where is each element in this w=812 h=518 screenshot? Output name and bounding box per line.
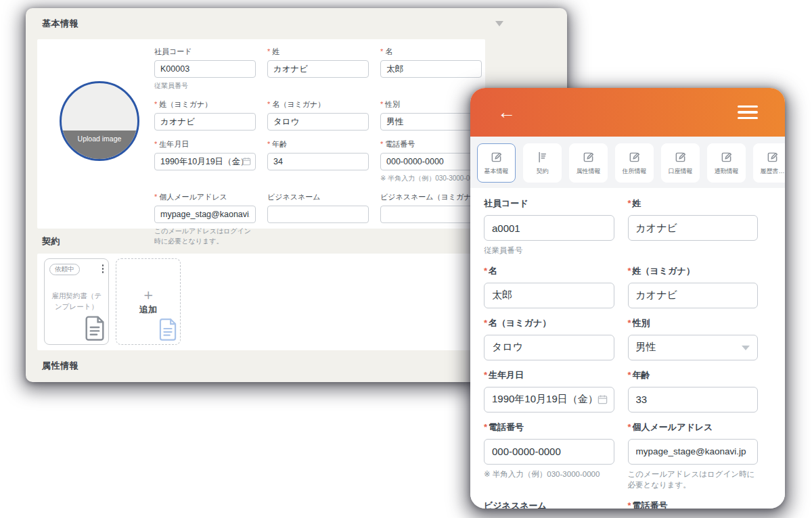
add-contract-button[interactable]: ＋ 追加: [116, 258, 181, 345]
first-name-kana-input[interactable]: [267, 113, 369, 131]
required-mark: *: [628, 422, 631, 432]
mobile-employee-form-panel: ← 基本情報 契約 属性情報 住所情報 口座情報: [470, 88, 785, 509]
kebab-menu-icon[interactable]: [102, 264, 104, 273]
field-label: ビジネスネーム（ヨミガナ）: [380, 192, 479, 202]
phone-input[interactable]: [484, 439, 614, 465]
required-mark: *: [484, 318, 487, 328]
contract-card-area: 依頼中 雇用契約書（テンプレート） ＋ 追加: [37, 254, 485, 350]
status-badge: 依頼中: [49, 264, 80, 275]
field-label: 名（ヨミガナ）: [272, 99, 325, 110]
field-helper: ※ 半角入力（例）030-3000-0000: [380, 173, 482, 183]
contract-document-card[interactable]: 依頼中 雇用契約書（テンプレート）: [44, 258, 109, 345]
last-name-input[interactable]: [267, 60, 369, 78]
edit-icon: [673, 150, 687, 164]
required-mark: *: [380, 140, 383, 148]
field-label: 生年月日: [489, 369, 524, 381]
field-label: 性別: [385, 99, 400, 110]
tab-resume[interactable]: 履歴書…: [753, 143, 785, 183]
tab-attribute-info[interactable]: 属性情報: [569, 143, 608, 183]
field-phone2: *電話番号 ✕: [628, 500, 759, 509]
age-input[interactable]: [267, 153, 369, 170]
mobile-tab-bar: 基本情報 契約 属性情報 住所情報 口座情報 通勤情報: [470, 137, 785, 188]
required-mark: *: [380, 47, 383, 55]
field-gender: *性別: [380, 99, 482, 131]
upload-image-label[interactable]: Upload image: [62, 131, 137, 159]
required-mark: *: [484, 422, 487, 432]
field-age: *年齢: [628, 369, 759, 413]
edit-icon: [581, 150, 595, 164]
tab-label: 属性情報: [577, 167, 601, 176]
last-name-kana-input[interactable]: [628, 283, 759, 308]
field-label: 姓: [272, 47, 279, 57]
edit-icon: [627, 150, 641, 164]
tab-basic-info[interactable]: 基本情報: [477, 143, 516, 183]
field-label: 社員コード: [484, 197, 528, 210]
chevron-down-icon: [742, 346, 750, 350]
field-label: 姓: [633, 197, 641, 210]
required-mark: *: [267, 47, 270, 55]
required-mark: *: [267, 100, 270, 108]
last-name-input[interactable]: [628, 215, 759, 241]
field-birthday: *生年月日: [154, 139, 256, 183]
employee-code-input[interactable]: [484, 215, 614, 241]
collapse-chevron-icon[interactable]: [495, 21, 503, 26]
tab-bank-info[interactable]: 口座情報: [661, 143, 700, 183]
contract-card-title: 雇用契約書（テンプレート）: [45, 290, 108, 312]
field-first-name-kana: *名（ヨミガナ）: [484, 317, 614, 360]
field-business-name: ビジネスネーム: [484, 500, 614, 509]
employee-code-input[interactable]: [154, 60, 256, 78]
age-input[interactable]: [628, 387, 759, 413]
field-email: *個人メールアドレス このメールアドレスはログイン時に必要となります。: [628, 421, 759, 491]
first-name-input[interactable]: [380, 60, 482, 78]
phone-input[interactable]: [380, 153, 482, 170]
required-mark: *: [628, 198, 631, 208]
field-label: 生年月日: [159, 139, 189, 149]
last-name-kana-input[interactable]: [154, 113, 256, 131]
field-last-name: *姓: [628, 197, 759, 256]
field-first-name-kana: *名（ヨミガナ）: [267, 99, 369, 131]
first-name-input[interactable]: [484, 283, 614, 308]
required-mark: *: [628, 500, 631, 509]
email-input[interactable]: [628, 439, 759, 465]
field-label: 社員コード: [154, 47, 192, 57]
tab-contract[interactable]: 契約: [523, 143, 562, 183]
field-helper: 従業員番号: [154, 80, 256, 91]
required-mark: *: [380, 100, 383, 108]
business-name-kana-input[interactable]: [380, 206, 482, 223]
tab-label: 住所情報: [623, 167, 647, 176]
birthday-input[interactable]: [484, 387, 614, 413]
field-label: 年齢: [272, 139, 287, 149]
basic-info-grid: 社員コード 従業員番号 *姓 *名 *姓（ヨミガナ）: [154, 47, 482, 246]
profile-photo-upload[interactable]: Upload image: [60, 81, 139, 161]
field-label: 電話番号: [489, 421, 524, 433]
birthday-input[interactable]: [154, 153, 256, 170]
field-phone: *電話番号 ※ 半角入力（例）030-3000-0000: [380, 139, 482, 183]
field-phone: *電話番号 ※ 半角入力（例）030-3000-0000: [484, 421, 614, 491]
email-input[interactable]: [154, 206, 256, 223]
business-name-input[interactable]: [267, 206, 369, 223]
field-label: 電話番号: [385, 139, 415, 149]
field-employee-code: 社員コード 従業員番号: [154, 47, 256, 91]
field-helper: 従業員番号: [484, 245, 614, 256]
tab-commute-info[interactable]: 通勤情報: [707, 143, 746, 183]
basic-info-card: Upload image 社員コード 従業員番号 *姓 *名: [37, 39, 485, 229]
required-mark: *: [628, 370, 631, 380]
contract-lines-icon: [535, 150, 549, 164]
field-label: 名（ヨミガナ）: [489, 317, 551, 329]
hamburger-menu-icon[interactable]: [738, 105, 758, 120]
field-label: 名: [489, 265, 497, 277]
field-last-name-kana: *姓（ヨミガナ）: [154, 99, 256, 131]
back-arrow-icon[interactable]: ←: [497, 103, 516, 122]
field-label: 電話番号: [633, 500, 668, 509]
tab-label: 通勤情報: [715, 167, 739, 176]
tab-address-info[interactable]: 住所情報: [615, 143, 654, 183]
gender-select[interactable]: [380, 113, 482, 131]
gender-select[interactable]: [628, 335, 759, 360]
mobile-form: 社員コード 従業員番号 *姓 *名 *姓（ヨミガナ） *名（ヨミガナ）: [470, 188, 785, 509]
section-header-basic-info[interactable]: 基本情報: [26, 8, 567, 39]
field-last-name-kana: *姓（ヨミガナ）: [628, 265, 759, 308]
field-label: 名: [385, 47, 392, 57]
first-name-kana-input[interactable]: [484, 335, 614, 360]
stage: 基本情報 Upload image 社員コード 従業員番号 *姓 *名: [0, 0, 812, 518]
tab-label: 基本情報: [484, 167, 509, 176]
